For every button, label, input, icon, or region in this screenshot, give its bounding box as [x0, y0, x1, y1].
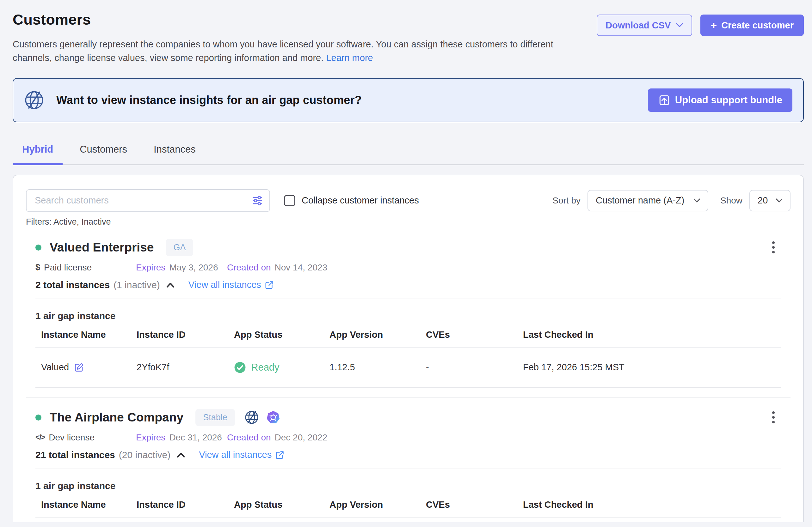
install-type-icons — [244, 410, 280, 425]
total-instances-count: 2 total instances — [35, 280, 110, 290]
active-status-dot — [35, 415, 41, 421]
col-app-version: App Version — [324, 330, 420, 347]
divider — [35, 299, 781, 299]
page-header-left: Customers Customers generally represent … — [13, 11, 553, 65]
instance-name: Valued — [41, 362, 69, 373]
sort-by-select[interactable]: Customer name (A-Z) — [588, 190, 708, 211]
created-meta: Created on Nov 14, 2023 — [227, 262, 327, 273]
customer-name[interactable]: The Airplane Company — [50, 410, 184, 424]
last-checked-in: Feb 17, 2026 15:25 MST — [517, 347, 781, 388]
expires-value: May 3, 2026 — [169, 262, 218, 273]
header-actions: Download CSV + Create customer — [597, 15, 804, 36]
show-select[interactable]: 20 — [749, 190, 791, 211]
expires-label: Expires — [136, 433, 165, 443]
total-instances-count: 21 total instances — [35, 450, 115, 460]
airgap-globe-icon — [244, 410, 259, 425]
airgap-instances-heading: 1 air gap instance — [35, 311, 781, 321]
col-last-checked-in: Last Checked In — [517, 330, 781, 347]
col-cves: CVEs — [420, 499, 517, 517]
show-label: Show — [720, 196, 742, 206]
table-row: Valued 2YfoK7f — [35, 347, 781, 388]
expires-value: Dec 31, 2026 — [169, 433, 222, 443]
upload-support-bundle-label: Upload support bundle — [675, 94, 782, 106]
airgap-instances-heading: 1 air gap instance — [35, 481, 781, 491]
customers-card: Collapse customer instances Sort by Cust… — [13, 175, 804, 522]
col-last-checked-in: Last Checked In — [517, 499, 781, 517]
license-type-label: Paid license — [44, 262, 92, 273]
view-all-instances-label: View all instances — [188, 280, 261, 290]
plus-icon: + — [710, 19, 717, 32]
active-filters-text: Filters: Active, Inactive — [26, 217, 791, 227]
instance-id: 2YfoK7f — [131, 347, 228, 388]
created-on-label: Created on — [227, 433, 271, 443]
sort-by-value: Customer name (A-Z) — [596, 195, 684, 206]
customer-menu-kebab-icon[interactable] — [770, 239, 777, 256]
tab-instances[interactable]: Instances — [144, 142, 205, 165]
kubernetes-icon — [266, 410, 280, 425]
view-all-instances-link[interactable]: View all instances — [199, 450, 284, 460]
learn-more-link[interactable]: Learn more — [326, 53, 373, 63]
sort-by-label: Sort by — [552, 196, 581, 206]
created-on-label: Created on — [227, 262, 271, 273]
page-description: Customers generally represent the compan… — [13, 37, 553, 65]
channel-badge: GA — [166, 239, 193, 256]
filter-sliders-icon[interactable] — [252, 195, 263, 206]
col-instance-name: Instance Name — [35, 499, 131, 517]
created-on-value: Dec 20, 2022 — [275, 433, 328, 443]
col-instance-id: Instance ID — [131, 499, 228, 517]
instances-table: Instance Name Instance ID App Status App… — [35, 330, 781, 388]
app-status: Ready — [234, 361, 324, 374]
collapse-instances-checkbox[interactable] — [284, 195, 295, 206]
dev-license-icon: </> — [35, 433, 45, 442]
customer-meta-row: $ Paid license Expires May 3, 2026 Creat… — [35, 262, 781, 273]
chevron-up-icon — [176, 452, 186, 458]
col-instance-id: Instance ID — [131, 330, 228, 347]
created-meta: Created on Dec 20, 2022 — [227, 433, 327, 443]
create-customer-label: Create customer — [721, 20, 794, 31]
expires-meta: Expires May 3, 2026 — [136, 262, 227, 273]
col-cves: CVEs — [420, 330, 517, 347]
collapse-section-toggle[interactable] — [166, 282, 175, 288]
inactive-instances-count: (1 inactive) — [114, 280, 160, 290]
chevron-up-icon — [166, 282, 175, 288]
airgap-banner-title: Want to view instance insights for an ai… — [56, 93, 362, 107]
collapse-section-toggle[interactable] — [176, 452, 186, 458]
view-all-instances-link[interactable]: View all instances — [188, 280, 274, 290]
upload-support-bundle-button[interactable]: Upload support bundle — [648, 89, 793, 112]
customer-name-row: The Airplane Company Stable — [35, 409, 781, 426]
external-link-icon — [275, 451, 284, 460]
create-customer-button[interactable]: + Create customer — [700, 15, 804, 36]
customer-menu-kebab-icon[interactable] — [770, 409, 777, 426]
ready-check-icon — [234, 361, 246, 374]
search-input[interactable] — [26, 189, 270, 212]
app-status-text: Ready — [251, 362, 279, 373]
collapse-instances-checkbox-row[interactable]: Collapse customer instances — [284, 195, 419, 206]
active-status-dot — [35, 244, 41, 251]
col-instance-name: Instance Name — [35, 330, 131, 347]
created-on-value: Nov 14, 2023 — [275, 262, 328, 273]
inactive-instances-count: (20 inactive) — [119, 450, 171, 460]
page-header: Customers Customers generally represent … — [13, 11, 804, 65]
divider — [35, 469, 781, 469]
license-type-label: Dev license — [49, 433, 95, 443]
chevron-down-icon — [676, 23, 683, 28]
expires-meta: Expires Dec 31, 2026 — [136, 433, 227, 443]
chevron-down-icon — [693, 198, 701, 203]
view-all-instances-label: View all instances — [199, 450, 272, 460]
download-csv-button[interactable]: Download CSV — [597, 15, 692, 36]
col-app-status: App Status — [228, 330, 324, 347]
collapse-instances-label: Collapse customer instances — [302, 195, 419, 206]
instances-table: Instance Name Instance ID App Status App… — [35, 499, 781, 517]
customer-name-row: Valued Enterprise GA — [35, 239, 781, 256]
tab-bar: Hybrid Customers Instances — [13, 142, 804, 165]
tab-hybrid[interactable]: Hybrid — [13, 142, 63, 165]
tab-customers[interactable]: Customers — [70, 142, 136, 165]
col-app-version: App Version — [324, 499, 420, 517]
edit-icon[interactable] — [74, 362, 84, 373]
download-csv-label: Download CSV — [606, 20, 671, 31]
instances-summary-row: 21 total instances (20 inactive) View al… — [35, 450, 781, 460]
page-description-line1: Customers generally represent the compan… — [13, 39, 553, 49]
page-title: Customers — [13, 11, 553, 28]
table-header-row: Instance Name Instance ID App Status App… — [35, 330, 781, 347]
customer-name[interactable]: Valued Enterprise — [50, 240, 154, 254]
